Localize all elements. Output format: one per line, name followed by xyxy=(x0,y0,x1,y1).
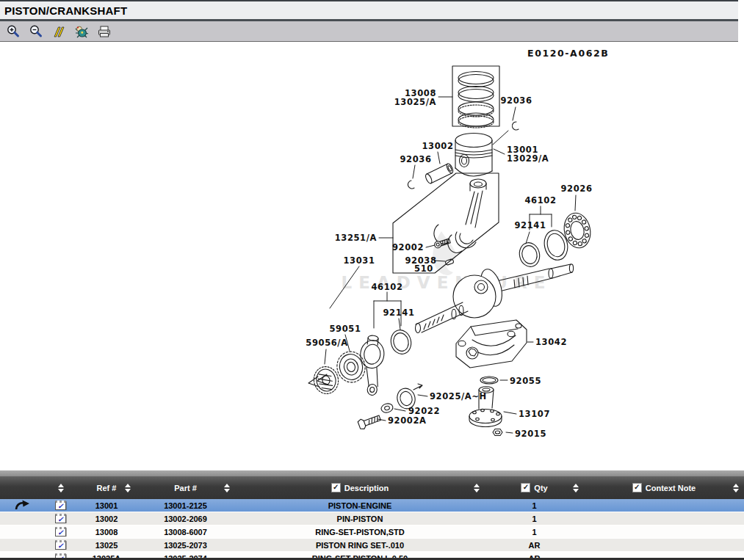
table-body: ✓1300113001-2125PISTON-ENGINE1✓130021300… xyxy=(0,499,744,560)
selected-row-arrow-cell[interactable] xyxy=(0,500,44,512)
part-label-92036[interactable]: 92036 xyxy=(500,95,532,106)
piston-pin xyxy=(425,163,455,184)
diagram-line-art xyxy=(308,66,593,436)
doc-icon-cell: ✓ xyxy=(44,514,77,523)
part-label-13107[interactable]: 13107 xyxy=(519,409,550,419)
doc-check-icon[interactable]: ✓ xyxy=(55,501,66,510)
part-label-59056a[interactable]: 59056/A xyxy=(306,338,347,348)
column-header-note[interactable]: ✓Context Note xyxy=(584,476,744,499)
lightning-icon[interactable] xyxy=(51,23,67,40)
circlip-right xyxy=(512,122,519,130)
crankcase-bracket xyxy=(456,320,527,368)
qty-cell: AR xyxy=(485,541,584,550)
window-chrome: PISTON/CRANKSHAFT xyxy=(0,0,738,42)
part-cell: 13001-2125 xyxy=(136,501,235,510)
column-label: Part # xyxy=(174,484,197,492)
table-row-13001[interactable]: ✓1300113001-2125PISTON-ENGINE1 xyxy=(0,499,744,512)
toolbar xyxy=(0,21,738,42)
part-label-92141[interactable]: 92141 xyxy=(383,308,414,318)
sort-arrows-icon[interactable] xyxy=(474,484,480,492)
part-label-92022[interactable]: 92022 xyxy=(408,406,440,416)
part-label-92026[interactable]: 92026 xyxy=(560,183,592,194)
zoom-in-icon[interactable] xyxy=(5,23,21,40)
bug-icon[interactable] xyxy=(73,23,90,40)
table-row-13002[interactable]: ✓1300213002-2069PIN-PISTON1 xyxy=(0,512,744,526)
desc-cell: PISTON-ENGINE xyxy=(235,501,485,510)
diagram-code: E0120-A062B xyxy=(527,48,609,59)
part-label-46102[interactable]: 46102 xyxy=(524,195,556,206)
print-icon[interactable] xyxy=(96,23,112,40)
part-label-92015[interactable]: 92015 xyxy=(515,429,546,439)
column-checkbox-qty[interactable]: ✓ xyxy=(521,483,530,492)
part-label-46102[interactable]: 46102 xyxy=(371,282,402,292)
column-checkbox-desc[interactable]: ✓ xyxy=(331,483,341,492)
column-header-row-arrow xyxy=(0,476,44,499)
ref-cell: 13025 xyxy=(77,541,136,550)
column-header-doc-icon[interactable] xyxy=(44,476,77,499)
part-label-92002[interactable]: 92002 xyxy=(392,242,424,252)
washer-92022 xyxy=(380,402,394,414)
part-label-13025a[interactable]: 13025/A xyxy=(394,97,436,107)
doc-check-icon[interactable]: ✓ xyxy=(55,527,66,537)
parts-diagram: LEADVENTURE E0120-A062B xyxy=(0,43,744,470)
column-header-ref[interactable]: Ref # xyxy=(77,476,136,499)
column-checkbox-note[interactable]: ✓ xyxy=(632,483,642,492)
doc-icon-cell: ✓ xyxy=(44,501,77,510)
part-labels: 1300813025/A9203613002920361300113029/A9… xyxy=(306,88,592,439)
part-label-92141[interactable]: 92141 xyxy=(514,220,546,230)
sort-arrows-icon[interactable] xyxy=(224,484,230,492)
column-header-part[interactable]: Part # xyxy=(136,476,235,499)
part-label-510[interactable]: 510 xyxy=(414,263,433,274)
column-label: Description xyxy=(344,484,389,492)
circlip-left xyxy=(408,181,414,189)
column-header-desc[interactable]: ✓Description xyxy=(235,476,485,499)
selected-row-arrow-icon xyxy=(14,500,30,510)
gear-59051 xyxy=(334,349,368,385)
parts-table: Ref #Part #✓Description✓Qty✓Context Note… xyxy=(0,470,744,560)
part-label-92036[interactable]: 92036 xyxy=(400,154,431,164)
part-label-59051[interactable]: 59051 xyxy=(329,324,361,334)
conrod-on-crank xyxy=(356,335,386,396)
piston-rings-group xyxy=(452,66,499,128)
table-top-strip xyxy=(0,470,744,476)
column-label: Ref # xyxy=(97,484,117,492)
doc-check-icon[interactable]: ✓ xyxy=(55,540,66,550)
column-header-qty[interactable]: ✓Qty xyxy=(485,476,584,499)
column-label: Qty xyxy=(534,484,547,492)
bolt-92002a xyxy=(358,413,382,430)
sort-arrows-icon[interactable] xyxy=(573,484,579,492)
title-bar: PISTON/CRANKSHAFT xyxy=(0,0,738,21)
part-label-92002a[interactable]: 92002A xyxy=(388,415,427,426)
column-label: Context Note xyxy=(646,484,696,492)
sort-arrows-icon[interactable] xyxy=(58,484,64,492)
part-label-13029a[interactable]: 13029/A xyxy=(507,153,549,164)
doc-icon-cell: ✓ xyxy=(44,540,77,550)
part-label-13251a[interactable]: 13251/A xyxy=(335,233,377,243)
zoom-out-icon[interactable] xyxy=(28,23,44,40)
sort-arrows-icon[interactable] xyxy=(125,484,131,492)
part-cell: 13008-6007 xyxy=(136,528,235,537)
table-row-13008[interactable]: ✓1300813008-6007RING-SET-PISTON,STD1 xyxy=(0,526,744,539)
desc-cell: PIN-PISTON xyxy=(235,514,485,523)
piston xyxy=(455,134,492,177)
sort-arrows-icon[interactable] xyxy=(733,484,739,492)
doc-icon-cell: ✓ xyxy=(44,527,77,537)
page-title: PISTON/CRANKSHAFT xyxy=(4,4,127,17)
part-label-13002[interactable]: 13002 xyxy=(422,141,453,151)
nut-92015 xyxy=(493,429,502,436)
table-row-13025[interactable]: ✓1302513025-2073PISTON RING SET-.010AR xyxy=(0,539,744,552)
table-header: Ref #Part #✓Description✓Qty✓Context Note xyxy=(0,476,744,499)
part-label-13031[interactable]: 13031 xyxy=(343,255,375,266)
part-label-92055[interactable]: 92055 xyxy=(510,376,541,386)
doc-check-icon[interactable]: ✓ xyxy=(55,514,66,523)
part-label-13042[interactable]: 13042 xyxy=(535,337,567,347)
part-cell: 13002-2069 xyxy=(136,514,235,523)
parts-catalog-window: { "window": { "title": "PISTON/CRANKSHAF… xyxy=(0,0,744,560)
qty-cell: 1 xyxy=(485,528,584,537)
part-cell: 13025-2073 xyxy=(136,541,235,550)
oil-seal-right xyxy=(517,241,542,269)
ball-bearing-92026 xyxy=(561,211,593,250)
ref-cell: 13001 xyxy=(77,501,136,510)
desc-cell: RING-SET-PISTON,STD xyxy=(235,528,485,537)
part-label-92025ah[interactable]: 92025/A~H xyxy=(430,391,487,401)
